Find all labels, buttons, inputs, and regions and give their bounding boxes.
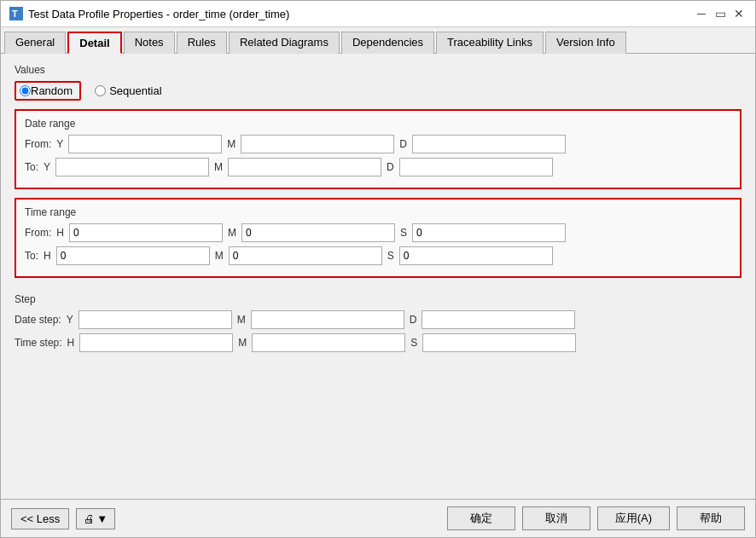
step-section: Step Date step: Y M D Time step: H M S	[15, 286, 741, 363]
date-from-row: From: Y M D	[25, 135, 731, 153]
time-to-row: To: H M S	[25, 246, 731, 265]
date-from-d-input[interactable]	[412, 135, 566, 153]
time-step-m-input[interactable]	[252, 333, 405, 352]
tab-detail[interactable]: Detail	[67, 32, 121, 54]
tab-rules[interactable]: Rules	[177, 32, 227, 54]
random-label: Random	[31, 84, 73, 97]
date-step-label: Date step:	[15, 314, 61, 326]
tab-version-info[interactable]: Version Info	[545, 32, 626, 54]
time-step-s-label: S	[410, 337, 417, 349]
time-step-row: Time step: H M S	[15, 333, 741, 352]
time-step-m-label: M	[238, 337, 247, 349]
help-button[interactable]: 帮助	[677, 506, 745, 530]
date-to-m-input[interactable]	[228, 158, 381, 176]
time-from-m-input[interactable]	[241, 223, 395, 242]
date-range-section: Date range From: Y M D To: Y M D	[15, 109, 741, 189]
main-window: T Test Data Profile Properties - order_t…	[0, 0, 756, 538]
ok-button[interactable]: 确定	[447, 506, 515, 530]
values-radio-group: Random Sequential	[15, 81, 741, 101]
time-from-h-label: H	[56, 227, 64, 239]
date-from-y-label: Y	[56, 138, 63, 150]
values-section-label: Values	[15, 64, 741, 76]
cancel-button[interactable]: 取消	[522, 506, 590, 530]
time-step-h-label: H	[67, 337, 75, 349]
time-from-row: From: H M S	[25, 223, 731, 242]
date-from-m-label: M	[227, 138, 236, 150]
time-range-section: Time range From: H M S To: H M S	[15, 198, 741, 278]
tab-general[interactable]: General	[4, 32, 66, 54]
step-label: Step	[15, 293, 741, 305]
time-from-s-label: S	[400, 227, 407, 239]
time-from-s-input[interactable]	[412, 223, 566, 242]
less-button[interactable]: << Less	[11, 508, 69, 529]
time-step-h-input[interactable]	[79, 333, 233, 352]
title-bar-left: T Test Data Profile Properties - order_t…	[9, 7, 289, 20]
tab-traceability-links[interactable]: Traceability Links	[436, 32, 544, 54]
app-icon: T	[9, 7, 23, 20]
date-step-row: Date step: Y M D	[15, 310, 741, 329]
apply-button[interactable]: 应用(A)	[597, 506, 670, 530]
date-step-m-label: M	[237, 314, 246, 326]
close-button[interactable]: ✕	[731, 6, 747, 21]
time-from-label: From:	[25, 227, 51, 239]
date-step-y-label: Y	[67, 314, 73, 326]
time-from-h-input[interactable]	[69, 223, 223, 242]
time-step-s-input[interactable]	[422, 333, 576, 352]
time-range-label: Time range	[25, 206, 731, 218]
random-radio[interactable]	[20, 85, 31, 96]
detail-content: Values Random Sequential Date range From…	[1, 54, 755, 499]
sequential-radio[interactable]	[95, 85, 106, 96]
window-title: Test Data Profile Properties - order_tim…	[28, 8, 289, 20]
date-step-y-input[interactable]	[79, 310, 232, 329]
time-to-m-label: M	[215, 250, 224, 262]
date-step-d-input[interactable]	[422, 310, 575, 329]
date-to-label: To:	[25, 161, 38, 173]
maximize-button[interactable]: ▭	[712, 6, 728, 21]
time-from-m-label: M	[228, 227, 236, 239]
date-to-row: To: Y M D	[25, 158, 731, 176]
sequential-radio-label[interactable]: Sequential	[95, 84, 161, 97]
time-step-label: Time step:	[15, 337, 62, 349]
minimize-button[interactable]: ─	[694, 6, 709, 21]
date-to-m-label: M	[214, 161, 223, 173]
date-step-d-label: D	[410, 314, 417, 326]
time-to-label: To:	[25, 250, 38, 262]
tab-related-diagrams[interactable]: Related Diagrams	[229, 32, 340, 54]
date-to-d-input[interactable]	[399, 158, 553, 176]
title-bar: T Test Data Profile Properties - order_t…	[1, 1, 755, 27]
date-to-d-label: D	[387, 161, 394, 173]
random-radio-label[interactable]: Random	[15, 81, 81, 101]
date-from-y-input[interactable]	[68, 135, 222, 153]
date-step-m-input[interactable]	[251, 310, 404, 329]
tab-dependencies[interactable]: Dependencies	[341, 32, 434, 54]
date-from-m-input[interactable]	[241, 135, 394, 153]
tabs-bar: General Detail Notes Rules Related Diagr…	[1, 27, 755, 54]
sequential-label: Sequential	[109, 84, 161, 97]
print-button[interactable]: 🖨 ▼	[76, 508, 115, 529]
time-to-s-label: S	[387, 250, 394, 262]
date-to-y-input[interactable]	[55, 158, 209, 176]
time-to-m-input[interactable]	[229, 246, 382, 265]
title-controls: ─ ▭ ✕	[694, 6, 747, 21]
date-range-label: Date range	[25, 118, 731, 130]
print-icon: 🖨	[84, 512, 95, 525]
time-to-h-input[interactable]	[56, 246, 210, 265]
bottom-bar: << Less 🖨 ▼ 确定 取消 应用(A) 帮助	[1, 499, 755, 537]
time-to-h-label: H	[44, 250, 51, 262]
svg-text:T: T	[12, 9, 18, 19]
print-dropdown-icon: ▼	[96, 512, 108, 525]
time-to-s-input[interactable]	[399, 246, 553, 265]
date-from-label: From:	[25, 138, 51, 150]
date-from-d-label: D	[399, 138, 407, 150]
tab-notes[interactable]: Notes	[124, 32, 175, 54]
date-to-y-label: Y	[44, 161, 50, 173]
